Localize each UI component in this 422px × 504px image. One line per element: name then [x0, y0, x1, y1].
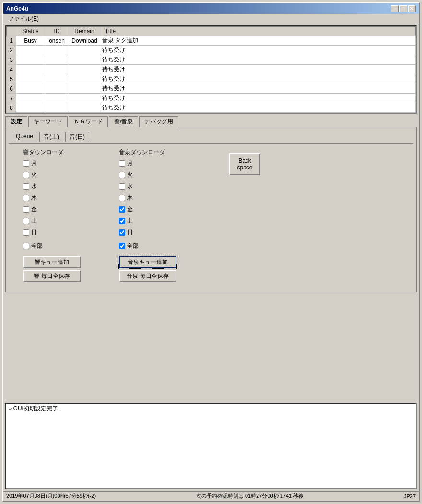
hibiki-save-daily-button[interactable]: 響 毎日全保存	[23, 270, 81, 282]
hibiki-wednesday-row: 水	[23, 181, 90, 191]
hibiki-sunday-label: 日	[31, 228, 37, 237]
onsen-save-daily-button[interactable]: 音泉 毎日全保存	[119, 270, 176, 282]
tab-hibiki-onsen[interactable]: 響/音泉	[109, 116, 138, 127]
hibiki-friday-row: 金	[23, 204, 90, 214]
hibiki-tuesday-label: 火	[31, 171, 37, 179]
queue-subtab-sat[interactable]: 音(土)	[39, 132, 63, 142]
status-bar: 2019年07月08日(月)00時57分59秒(-2) 次の予約確認時刻は 01…	[3, 491, 419, 501]
onsen-tuesday-checkbox[interactable]	[119, 172, 125, 178]
title-bar-buttons: ─ □ ✕	[391, 5, 416, 12]
onsen-saturday-label: 土	[127, 217, 133, 225]
onsen-wednesday-row: 水	[119, 181, 186, 191]
row-remain: Download	[69, 36, 100, 46]
hibiki-all-row: 全部	[23, 241, 90, 251]
col-header-remain: Remain	[69, 27, 100, 36]
onsen-add-queue-button[interactable]: 音泉キュー追加	[119, 256, 176, 268]
hibiki-wednesday-checkbox[interactable]	[23, 183, 29, 190]
row-remain	[69, 74, 100, 84]
row-title: 待ち受け	[100, 84, 416, 94]
downloader-row: 響ダウンローダ 月 火 水 木	[9, 144, 413, 289]
hibiki-add-queue-button[interactable]: 響キュー追加	[23, 256, 81, 268]
minimize-button[interactable]: ─	[391, 5, 399, 12]
onsen-all-label: 全部	[127, 242, 139, 250]
row-status	[16, 74, 45, 84]
hibiki-btn-section: 響キュー追加 響 毎日全保存	[23, 256, 90, 284]
tab-ngword[interactable]: ＮＧワード	[69, 116, 108, 127]
row-remain	[69, 84, 100, 94]
tab-debug[interactable]: デバッグ用	[139, 116, 178, 127]
table-row: 7 待ち受け	[7, 94, 416, 103]
row-id	[45, 46, 69, 55]
row-remain	[69, 46, 100, 55]
onsen-tuesday-row: 火	[119, 170, 186, 180]
onsen-thursday-label: 木	[127, 194, 133, 202]
hibiki-monday-label: 月	[31, 159, 37, 168]
file-menu[interactable]: ファイル(E)	[5, 14, 42, 23]
row-id	[45, 94, 69, 103]
row-title: 待ち受け	[100, 46, 416, 55]
tab-content-area: Queue 音(土) 音(日) 響ダウンローダ 月 火 水	[5, 127, 417, 292]
onsen-monday-checkbox[interactable]	[119, 160, 125, 167]
onsen-friday-label: 金	[127, 205, 133, 214]
col-header-id: ID	[45, 27, 69, 36]
status-region: JP27	[404, 493, 416, 499]
tab-settings[interactable]: 設定	[5, 116, 27, 127]
menubar: ファイル(E)	[3, 14, 419, 24]
onsen-friday-checkbox[interactable]	[119, 206, 125, 213]
onsen-tuesday-label: 火	[127, 171, 133, 179]
row-num: 4	[7, 65, 16, 74]
onsen-all-row: 全部	[119, 241, 186, 251]
row-title: 音泉 タグ追加	[100, 36, 416, 46]
row-num: 7	[7, 94, 16, 103]
hibiki-title: 響ダウンローダ	[23, 148, 90, 156]
row-status: Busy	[16, 36, 45, 46]
hibiki-saturday-checkbox[interactable]	[23, 218, 29, 224]
row-id	[45, 55, 69, 65]
queue-subtab-queue[interactable]: Queue	[12, 132, 37, 142]
table-row: 6 待ち受け	[7, 84, 416, 94]
status-datetime: 2019年07月08日(月)00時57分59秒(-2)	[6, 492, 96, 500]
row-title: 待ち受け	[100, 65, 416, 74]
hibiki-saturday-row: 土	[23, 216, 90, 226]
hibiki-friday-checkbox[interactable]	[23, 206, 29, 213]
onsen-downloader: 音泉ダウンローダ 月 火 水 木	[119, 148, 186, 284]
window-title: AnGe4u	[6, 5, 28, 12]
row-num: 1	[7, 36, 16, 46]
hibiki-downloader: 響ダウンローダ 月 火 水 木	[23, 148, 90, 284]
onsen-saturday-checkbox[interactable]	[119, 218, 125, 224]
tab-keyword[interactable]: キーワード	[28, 116, 68, 127]
onsen-wednesday-checkbox[interactable]	[119, 183, 125, 190]
row-id	[45, 103, 69, 113]
hibiki-sunday-row: 日	[23, 228, 90, 237]
row-title: 待ち受け	[100, 94, 416, 103]
close-button[interactable]: ✕	[408, 5, 416, 12]
col-header-num	[7, 27, 16, 36]
hibiki-monday-row: 月	[23, 158, 90, 168]
onsen-all-checkbox[interactable]	[119, 243, 125, 249]
queue-subtab-sun[interactable]: 音(日)	[65, 132, 89, 142]
hibiki-monday-checkbox[interactable]	[23, 160, 29, 167]
maximize-button[interactable]: □	[399, 5, 407, 12]
row-num: 2	[7, 46, 16, 55]
onsen-monday-row: 月	[119, 158, 186, 168]
empty-area	[3, 292, 419, 401]
onsen-sunday-checkbox[interactable]	[119, 229, 125, 236]
row-status	[16, 46, 45, 55]
col-header-status: Status	[16, 27, 45, 36]
backspace-button[interactable]: Back space	[229, 153, 260, 175]
row-id: onsen	[45, 36, 69, 46]
main-tabs: 設定 キーワード ＮＧワード 響/音泉 デバッグ用	[5, 116, 417, 127]
row-remain	[69, 55, 100, 65]
hibiki-thursday-checkbox[interactable]	[23, 195, 29, 201]
hibiki-thursday-row: 木	[23, 193, 90, 203]
hibiki-tuesday-checkbox[interactable]	[23, 172, 29, 178]
hibiki-sunday-checkbox[interactable]	[23, 229, 29, 236]
onsen-thursday-checkbox[interactable]	[119, 195, 125, 201]
backspace-area: Back space	[215, 148, 260, 284]
hibiki-all-checkbox[interactable]	[23, 243, 29, 249]
table-row: 8 待ち受け	[7, 103, 416, 113]
row-status	[16, 94, 45, 103]
onsen-wednesday-label: 水	[127, 182, 133, 191]
row-num: 3	[7, 55, 16, 65]
onsen-title: 音泉ダウンローダ	[119, 148, 186, 156]
